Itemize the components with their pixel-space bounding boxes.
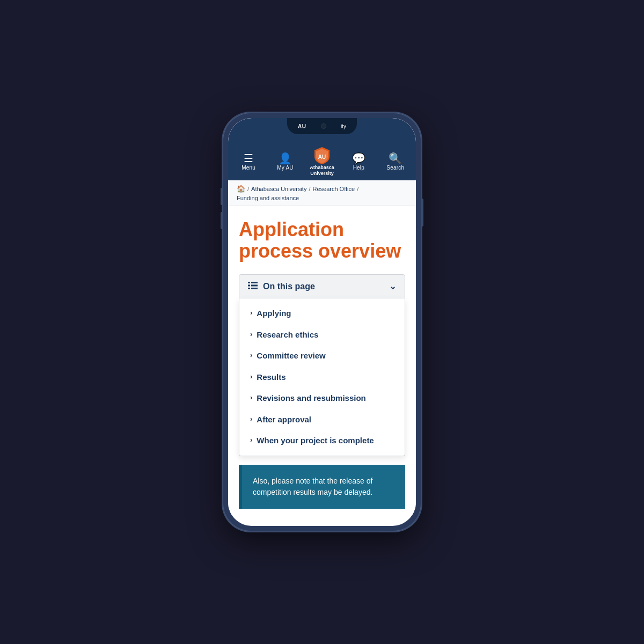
camera — [321, 123, 326, 129]
svg-rect-6 — [251, 288, 258, 289]
callout-text: Also, please note that the release of co… — [253, 475, 394, 498]
svg-rect-5 — [248, 288, 250, 289]
callout-box: Also, please note that the release of co… — [239, 465, 405, 509]
help-nav-label: Help — [353, 165, 364, 171]
logo-text: Athabasca University — [310, 165, 334, 177]
status-left-text: AU — [298, 123, 306, 129]
menu-item-label: Revisions and resubmission — [257, 393, 365, 404]
item-chevron-icon: › — [250, 372, 252, 380]
menu-item-applying[interactable]: › Applying — [239, 303, 405, 324]
my-au-nav-item[interactable]: 👤 My AU — [270, 153, 300, 171]
chevron-down-icon: ⌄ — [389, 281, 396, 291]
menu-item-results[interactable]: › Results — [239, 367, 405, 388]
menu-item-label: When your project is complete — [257, 435, 374, 446]
breadcrumb-sep-3: / — [357, 186, 358, 192]
volume-up-button[interactable] — [221, 188, 223, 205]
main-content: Application process overview — [228, 206, 416, 515]
breadcrumb-athabasca[interactable]: Athabasca University — [251, 186, 306, 192]
search-nav-item[interactable]: 🔍 Search — [380, 153, 410, 171]
navigation-bar: ☰ Menu 👤 My AU AU Athabasca University — [228, 142, 416, 180]
breadcrumb: 🏠 / Athabasca University / Research Offi… — [228, 180, 416, 206]
breadcrumb-sep-2: / — [309, 186, 310, 192]
on-this-page-menu: › Applying › Research ethics › Committee… — [239, 298, 405, 456]
menu-item-label: Applying — [257, 308, 291, 319]
logo-nav-item[interactable]: AU Athabasca University — [307, 147, 336, 177]
breadcrumb-research-office[interactable]: Research Office — [312, 186, 355, 192]
menu-item-label: Committee review — [257, 350, 325, 361]
menu-item-label: Results — [257, 372, 286, 383]
menu-item-label: Research ethics — [257, 330, 318, 340]
menu-item-project-complete[interactable]: › When your project is complete — [239, 430, 405, 451]
page-title: Application process overview — [239, 219, 405, 261]
breadcrumb-funding[interactable]: Funding and assistance — [237, 195, 299, 201]
au-shield-logo: AU — [314, 147, 330, 164]
menu-nav-label: Menu — [241, 165, 255, 171]
status-right-text: ity — [341, 123, 346, 129]
item-chevron-icon: › — [250, 309, 252, 317]
on-this-page-section: On this page ⌄ › Applying › Research eth… — [239, 274, 405, 456]
on-this-page-toggle[interactable]: On this page ⌄ — [239, 274, 405, 298]
notch: AU ity — [287, 118, 357, 134]
my-au-nav-label: My AU — [277, 165, 293, 171]
phone-screen: AU ity ☰ Menu 👤 My AU AU — [228, 118, 416, 526]
item-chevron-icon: › — [250, 351, 252, 359]
list-icon — [248, 282, 258, 291]
home-icon[interactable]: 🏠 — [237, 185, 245, 193]
search-icon: 🔍 — [389, 153, 402, 164]
svg-rect-2 — [251, 282, 258, 283]
help-nav-item[interactable]: 💬 Help — [344, 153, 374, 171]
svg-text:AU: AU — [318, 154, 326, 160]
status-bar: AU ity — [228, 118, 416, 142]
svg-rect-1 — [248, 282, 250, 283]
person-icon: 👤 — [279, 153, 292, 164]
menu-item-after-approval[interactable]: › After approval — [239, 409, 405, 430]
menu-item-research-ethics[interactable]: › Research ethics — [239, 324, 405, 346]
svg-rect-4 — [251, 284, 258, 286]
chat-icon: 💬 — [352, 153, 365, 164]
item-chevron-icon: › — [250, 436, 252, 444]
search-nav-label: Search — [386, 165, 404, 171]
menu-item-committee-review[interactable]: › Committee review — [239, 345, 405, 367]
menu-nav-item[interactable]: ☰ Menu — [234, 153, 264, 171]
item-chevron-icon: › — [250, 393, 252, 401]
menu-item-label: After approval — [257, 414, 311, 425]
power-button[interactable] — [421, 199, 423, 226]
volume-down-button[interactable] — [221, 212, 223, 229]
item-chevron-icon: › — [250, 330, 252, 338]
breadcrumb-sep-1: / — [247, 186, 249, 192]
svg-rect-3 — [248, 284, 250, 286]
hamburger-icon: ☰ — [244, 153, 253, 164]
on-this-page-label: On this page — [263, 282, 384, 291]
phone-frame: AU ity ☰ Menu 👤 My AU AU — [223, 113, 421, 531]
menu-item-revisions[interactable]: › Revisions and resubmission — [239, 387, 405, 409]
item-chevron-icon: › — [250, 415, 252, 423]
content-area: Application process overview — [228, 206, 416, 515]
